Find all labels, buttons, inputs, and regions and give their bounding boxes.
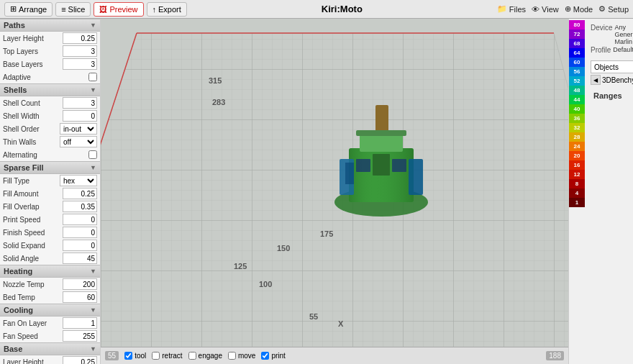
param-row: Top Layers [0,45,100,58]
section-header-sparse-fill[interactable]: Sparse Fill▼ [0,161,100,174]
param-input[interactable] [63,45,97,57]
param-label: Fan Speed [3,332,63,340]
param-input[interactable] [63,227,97,238]
param-row: Shell Orderin-outout-in [0,122,100,135]
param-select[interactable]: offon [60,136,97,147]
section-header-paths[interactable]: Paths▼ [0,19,100,32]
param-input[interactable] [63,278,97,290]
section-header-cooling[interactable]: Cooling▼ [0,304,100,317]
param-input[interactable] [63,291,97,303]
param-label: Thin Walls [3,138,60,146]
color-cell[interactable]: 20 [569,151,585,160]
files-button[interactable]: 📁 Files [497,4,526,14]
setup-button[interactable]: ⚙ Setup [598,4,629,14]
param-row: Fill Overlap [0,200,100,213]
param-select[interactable]: hexgridtrianglegyroid [60,175,97,186]
color-cell[interactable]: 32 [569,123,585,132]
3d-model [324,91,439,220]
color-cell[interactable]: 8 [569,179,585,188]
axis-x-letter: X [338,319,343,328]
color-cell[interactable]: 40 [569,104,585,114]
param-input[interactable] [63,58,97,70]
param-label: Top Layers [3,47,63,55]
param-label: Fill Overlap [3,203,63,211]
param-row: Shell Count [0,96,100,109]
param-input[interactable] [63,201,97,212]
param-label: Shell Order [3,125,60,133]
param-row: Fill Typehexgridtrianglegyroid [0,174,100,187]
color-cell[interactable]: 64 [569,48,585,58]
color-cell[interactable]: 52 [569,76,585,86]
param-label: Shell Width [3,112,63,120]
param-input[interactable] [63,214,97,225]
axis-150-label: 150 [277,244,290,252]
color-cell[interactable]: 48 [569,86,585,95]
view-button[interactable]: 👁 View [532,5,559,14]
view-icon: 👁 [532,5,539,14]
param-row: Solid Expand [0,239,100,252]
param-row: Print Speed [0,213,100,226]
param-input[interactable] [63,252,97,264]
param-input[interactable] [63,240,97,251]
color-cell[interactable]: 72 [569,29,585,39]
preview-button[interactable]: 🖼 Preview [94,2,143,17]
retract-checkbox[interactable] [152,352,160,360]
right-status-num: 188 [546,351,564,360]
device-value: Any Generic Marlin [615,24,633,45]
color-cell[interactable]: 16 [569,160,585,170]
color-cell[interactable]: 80 [569,20,585,29]
main-area: Paths▼Layer HeightTop LayersBase LayersA… [0,19,633,364]
param-label: Adaptive [3,73,88,81]
color-cell[interactable]: 12 [569,170,585,179]
ranges-label: Ranges [591,89,633,102]
param-input[interactable] [63,330,97,342]
param-input[interactable] [63,356,97,364]
param-checkbox[interactable] [88,150,97,159]
param-input[interactable] [63,97,97,109]
tool-checkbox[interactable] [124,352,132,360]
print-checkbox[interactable] [261,352,269,360]
param-input[interactable] [63,110,97,122]
param-input[interactable] [63,32,97,44]
param-input[interactable] [63,188,97,199]
object-arrow-btn[interactable]: ◀ [591,75,601,85]
section-header-shells[interactable]: Shells▼ [0,83,100,96]
slice-button[interactable]: ≡ Slice [55,2,91,17]
param-label: Layer Height [3,35,63,42]
color-cell[interactable]: 44 [569,95,585,104]
color-cell[interactable]: 24 [569,142,585,151]
app-title: Kiri:Moto [190,4,494,14]
axis-x-label: 55 [309,312,318,321]
color-cell[interactable]: 28 [569,132,585,142]
section-header-base[interactable]: Base▼ [0,342,100,355]
preview-icon: 🖼 [99,5,107,14]
color-cell[interactable]: 60 [569,58,585,67]
retract-status: retract [152,352,182,360]
objects-select[interactable]: Objects [591,60,633,73]
param-checkbox[interactable] [88,73,97,81]
color-cell[interactable]: 56 [569,67,585,76]
print-status: print [261,352,285,360]
engage-checkbox[interactable] [188,352,196,360]
color-cell[interactable]: 1 [569,198,585,207]
color-cell[interactable]: 36 [569,114,585,123]
color-cell[interactable]: 4 [569,188,585,198]
param-select[interactable]: in-outout-in [60,123,97,135]
right-outer: 8072686460565248444036322824201612841 De… [569,19,633,364]
mode-icon: ⊕ [565,4,571,14]
viewport[interactable]: 55 100 125 150 175 X 315 283 [101,19,568,364]
param-label: Fill Type [3,177,60,185]
device-label: Device [591,24,613,45]
param-row: Fan On Layer [0,317,100,329]
param-input[interactable] [63,317,97,329]
object-name: 3DBenchy.stl [602,76,633,84]
arrange-button[interactable]: ⊞ Arrange [4,2,53,17]
section-header-heating[interactable]: Heating▼ [0,265,100,278]
move-checkbox[interactable] [228,352,236,360]
mode-button[interactable]: ⊕ Mode [565,4,593,14]
color-cell[interactable]: 68 [569,39,585,48]
param-label: Fill Amount [3,190,63,198]
export-button[interactable]: ↑ Export [147,2,187,17]
right-panel: 8072686460565248444036322824201612841 De… [568,19,633,364]
right-info-column: Device Any Generic Marlin Profile Defaul… [585,19,633,364]
